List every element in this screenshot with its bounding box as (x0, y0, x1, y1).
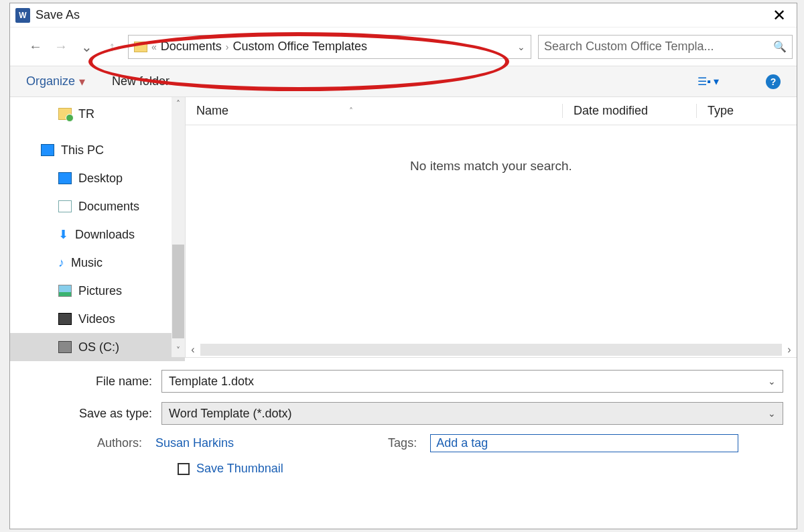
file-name-input[interactable]: Template 1.dotx ⌄ (161, 370, 783, 393)
authors-label: Authors: (97, 436, 142, 450)
close-button[interactable]: ✕ (767, 6, 791, 25)
save-thumbnail-label[interactable]: Save Thumbnail (196, 462, 283, 476)
scrollbar-thumb[interactable] (172, 245, 184, 338)
col-type[interactable]: Type (696, 104, 797, 118)
main-area: TR This PC Desktop Documents ⬇ Downloads… (10, 97, 797, 357)
desktop-icon (58, 172, 72, 184)
tree-item-music[interactable]: ♪ Music (10, 249, 185, 277)
back-button[interactable]: ← (26, 38, 45, 56)
pictures-icon (58, 285, 72, 297)
view-options-button[interactable]: ☰▪ ▾ (697, 75, 719, 88)
search-placeholder: Search Custom Office Templa... (544, 40, 769, 54)
file-name-label: File name: (23, 375, 161, 389)
tags-input[interactable]: Add a tag (430, 434, 738, 452)
sidebar-scrollbar[interactable]: ˄ ˅ (172, 97, 185, 357)
tree-item-this-pc[interactable]: This PC (10, 136, 185, 164)
drive-icon (58, 341, 72, 353)
music-note-icon: ♪ (58, 256, 64, 270)
pc-icon (41, 144, 54, 156)
folder-sync-icon (58, 108, 72, 120)
download-arrow-icon: ⬇ (58, 227, 68, 242)
column-headers: Name ˄ Date modified Type (186, 97, 797, 125)
save-as-type-label: Save as type: (23, 407, 161, 421)
chevron-down-icon[interactable]: ⌄ (768, 408, 776, 419)
save-form: File name: Template 1.dotx ⌄ Save as typ… (10, 357, 797, 481)
save-as-type-select[interactable]: Word Template (*.dotx) ⌄ (161, 402, 783, 425)
help-button[interactable]: ? (766, 74, 781, 89)
scroll-up-icon[interactable]: ˄ (176, 97, 180, 111)
tree-item-pictures[interactable]: Pictures (10, 277, 185, 305)
nav-row: ← → ⌄ ↑ « Documents › Custom Office Temp… (10, 27, 797, 66)
breadcrumb-overflow-icon[interactable]: « (151, 42, 157, 52)
breadcrumb-custom-templates[interactable]: Custom Office Templates (233, 40, 367, 54)
tree-item-videos[interactable]: Videos (10, 305, 185, 333)
sort-ascending-icon: ˄ (349, 107, 353, 116)
tags-label: Tags: (388, 436, 417, 450)
file-list-area: Name ˄ Date modified Type No items match… (186, 97, 797, 357)
tree-item-documents[interactable]: Documents (10, 192, 185, 220)
authors-value[interactable]: Susan Harkins (155, 436, 234, 450)
up-button[interactable]: ↑ (103, 38, 121, 56)
toolbar: Organize ▾ New folder ☰▪ ▾ ? (10, 66, 797, 97)
scroll-right-icon[interactable]: › (782, 344, 797, 356)
tree-item-desktop[interactable]: Desktop (10, 164, 185, 192)
breadcrumb-history-dropdown[interactable]: ⌄ (517, 42, 525, 52)
save-thumbnail-checkbox[interactable] (178, 463, 190, 475)
organize-button[interactable]: Organize ▾ (26, 74, 85, 89)
videos-icon (58, 313, 72, 325)
window-title: Save As (36, 8, 80, 22)
scroll-left-icon[interactable]: ‹ (186, 344, 200, 356)
search-box[interactable]: Search Custom Office Templa... 🔍 (538, 35, 793, 59)
tree-item-downloads[interactable]: ⬇ Downloads (10, 220, 185, 249)
col-name[interactable]: Name ˄ (186, 104, 562, 118)
view-list-icon: ☰▪ (697, 75, 711, 88)
title-bar: W Save As ✕ (10, 3, 797, 27)
col-date-modified[interactable]: Date modified (562, 104, 696, 118)
chevron-right-icon[interactable]: › (226, 42, 229, 52)
breadcrumb-documents[interactable]: Documents (161, 40, 222, 54)
breadcrumb-bar[interactable]: « Documents › Custom Office Templates ⌄ (128, 35, 531, 59)
folder-tree: TR This PC Desktop Documents ⬇ Downloads… (10, 97, 186, 357)
tree-item-os-c[interactable]: OS (C:) (10, 333, 185, 361)
scroll-down-icon[interactable]: ˅ (176, 344, 180, 357)
tree-item-tr[interactable]: TR (10, 100, 185, 128)
forward-button[interactable]: → (52, 38, 70, 56)
horizontal-scrollbar[interactable]: ‹ › (186, 342, 797, 357)
chevron-down-icon[interactable]: ⌄ (768, 376, 776, 387)
recent-locations-dropdown[interactable]: ⌄ (77, 38, 96, 56)
word-app-icon: W (15, 8, 30, 23)
chevron-down-icon: ▾ (714, 75, 719, 88)
save-as-dialog: W Save As ✕ ← → ⌄ ↑ « Documents › Custom… (9, 3, 797, 529)
documents-icon (58, 200, 72, 212)
search-icon[interactable]: 🔍 (773, 40, 787, 53)
new-folder-button[interactable]: New folder (112, 74, 170, 88)
chevron-down-icon: ▾ (79, 74, 85, 89)
folder-icon (134, 42, 147, 52)
empty-message: No items match your search. (186, 125, 797, 342)
